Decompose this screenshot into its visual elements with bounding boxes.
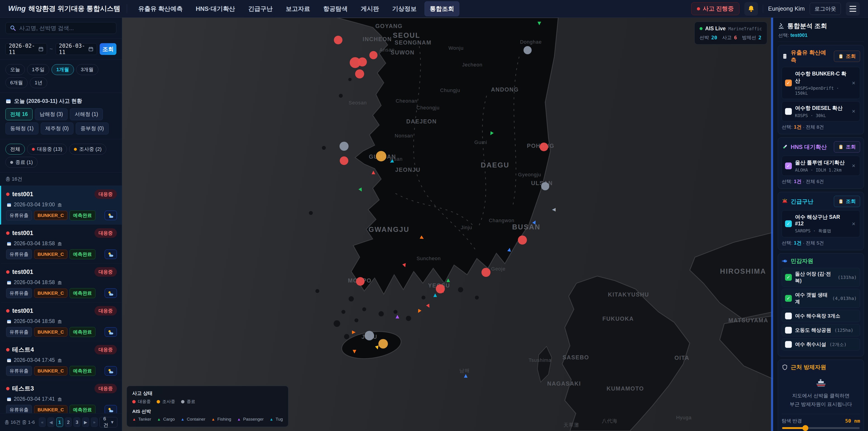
close-icon[interactable]: × [850, 80, 857, 87]
weather-button[interactable] [105, 211, 117, 220]
incident-marker[interactable] [340, 156, 348, 165]
panel-selection-summary: 선택: 1건 · 전체 8건 [782, 124, 860, 130]
incident-marker[interactable] [524, 46, 532, 54]
unchecked-checkbox[interactable] [785, 108, 792, 115]
logout-button[interactable]: 로그아웃 [810, 3, 841, 15]
analysis-item[interactable]: ✓울산 톨루엔 대기확산ALOHA · IDLH 1.2km× [782, 156, 860, 176]
incident-time: 2026-03-04 18:58 [14, 279, 55, 285]
region-filter-button[interactable]: 제주청 (0) [41, 123, 74, 134]
range-chip-1개월[interactable]: 1개월 [52, 64, 74, 75]
status-filter-chip[interactable]: 종료 (1) [5, 157, 37, 168]
incident-marker[interactable] [356, 277, 365, 286]
checked-checkbox[interactable]: ✓ [785, 295, 792, 302]
query-button-oil[interactable]: 조회 [834, 51, 860, 62]
nav-item-게시판[interactable]: 게시판 [356, 2, 384, 16]
unchecked-checkbox[interactable] [785, 313, 792, 319]
incident-marker[interactable] [334, 36, 342, 44]
close-icon[interactable]: × [850, 220, 857, 227]
range-chip-1년[interactable]: 1년 [30, 77, 47, 88]
incident-card[interactable]: 테스트4대응중2026-03-04 17:45유류유출BUNKER_C예측완료 [0, 341, 122, 380]
incident-active-pill[interactable]: 사고 진행중 [691, 2, 739, 15]
incident-marker[interactable] [378, 339, 388, 348]
close-icon[interactable]: × [850, 162, 857, 169]
status-filter-chip[interactable]: 대응중 (13) [27, 144, 67, 155]
map-canvas[interactable]: GOYANGSEOULINCHEONSEONGNAMAnsanSUWONWonj… [122, 18, 773, 431]
region-filter-button[interactable]: 전체 16 [5, 108, 33, 120]
nav-item-보고자료[interactable]: 보고자료 [281, 2, 315, 16]
incident-tag: 예측완료 [70, 288, 95, 298]
status-filter-chip[interactable]: 전체 [5, 144, 25, 155]
incident-card[interactable]: test001대응중2026-03-04 18:58유류유출BUNKER_C예측… [0, 302, 122, 341]
incident-card[interactable]: 테스트3대응중2026-03-04 17:41유류유출BUNKER_C예측완료 [0, 380, 122, 413]
notifications-button[interactable] [744, 2, 758, 16]
search-input[interactable] [19, 25, 112, 31]
next-page-button[interactable]: ▶ [82, 418, 89, 427]
incident-marker[interactable] [369, 51, 377, 59]
incident-marker[interactable] [482, 268, 491, 277]
prev-page-button[interactable]: ◀ [48, 418, 54, 427]
incident-marker[interactable] [365, 331, 374, 340]
range-chip-3개월[interactable]: 3개월 [76, 64, 98, 75]
unchecked-checkbox[interactable] [785, 341, 792, 348]
weather-button[interactable] [105, 288, 117, 298]
nav-item-긴급구난[interactable]: 긴급구난 [243, 2, 278, 16]
weather-button[interactable] [105, 366, 117, 376]
incident-marker[interactable] [539, 143, 548, 151]
close-icon[interactable]: × [850, 108, 857, 115]
sensitive-resource-row[interactable]: 오동도 해상공원(125ha) [782, 324, 860, 336]
page-button-2[interactable]: 2 [65, 418, 72, 427]
unchecked-checkbox[interactable] [785, 327, 792, 334]
incident-marker[interactable] [340, 142, 348, 151]
map-scrollbar[interactable] [771, 18, 773, 431]
region-filter-button[interactable]: 중부청 (0) [76, 123, 109, 134]
checked-checkbox[interactable]: ✓ [785, 274, 792, 281]
per-page-select[interactable]: 6건 ▾ [99, 417, 117, 427]
weather-button[interactable] [105, 249, 117, 259]
analysis-item[interactable]: ✓여수항 BUNKER-C 확산KOSPS+OpenDrift · 150kL× [782, 67, 860, 99]
menu-button[interactable] [846, 2, 860, 16]
analysis-item[interactable]: 여수항 DIESEL 확산KOSPS · 30kL× [782, 101, 860, 121]
first-page-button[interactable]: « [39, 418, 46, 427]
sensitive-resource-row[interactable]: 여수 취수시설(2개소) [782, 338, 860, 350]
incident-card[interactable]: test001대응중2026-03-04 18:58유류유출BUNKER_C예측… [0, 225, 122, 264]
last-page-button[interactable]: » [91, 418, 98, 427]
date-from-input[interactable]: 2026-02-11 [5, 43, 47, 55]
region-filter-button[interactable]: 서해청 (1) [70, 108, 103, 120]
nav-item-HNS·대기확산[interactable]: HNS·대기확산 [191, 2, 240, 16]
incident-marker[interactable] [358, 57, 367, 66]
range-chip-1주일[interactable]: 1주일 [27, 64, 49, 75]
page-button-1[interactable]: 1 [56, 418, 63, 427]
query-button[interactable]: 조회 [100, 43, 116, 55]
weather-button[interactable] [105, 405, 117, 413]
incident-marker[interactable] [541, 182, 549, 190]
incident-card[interactable]: test001대응중2026-03-04 19:00유류유출BUNKER_C예측… [0, 186, 122, 225]
date-to-input[interactable]: 2026-03-11 [56, 43, 97, 55]
incident-marker[interactable] [436, 284, 445, 294]
nav-item-통합조회[interactable]: 통합조회 [425, 2, 459, 16]
incident-marker[interactable] [376, 151, 386, 161]
analysis-item[interactable]: ✓여수 해상구난 SAR #12SAROPS · 확률맵× [782, 210, 860, 237]
sensitive-resource-row[interactable]: ✓돌산 어장 (김·전복)(131ha) [782, 268, 860, 287]
query-button-hns[interactable]: 조회 [834, 141, 860, 153]
sensitive-resource-row[interactable]: ✓여수 갯벌 생태계(4,013ha) [782, 289, 860, 308]
radius-slider[interactable] [782, 427, 860, 429]
incident-marker[interactable] [518, 236, 527, 245]
incident-marker[interactable] [355, 69, 364, 79]
checked-checkbox[interactable]: ✓ [785, 80, 792, 86]
range-chip-6개월[interactable]: 6개월 [5, 77, 28, 88]
sensitive-resource-row[interactable]: 여수 해수욕장 3개소 [782, 310, 860, 322]
query-button-sar[interactable]: 조회 [834, 196, 860, 207]
range-chip-오늘[interactable]: 오늘 [5, 64, 25, 75]
weather-button[interactable] [105, 327, 117, 337]
nav-item-유출유 확산예측[interactable]: 유출유 확산예측 [133, 2, 188, 16]
slider-thumb[interactable] [802, 425, 808, 431]
region-filter-button[interactable]: 남해청 (3) [35, 108, 68, 120]
page-button-3[interactable]: 3 [73, 418, 80, 427]
nav-item-항공탐색[interactable]: 항공탐색 [318, 2, 352, 16]
checked-checkbox[interactable]: ✓ [785, 220, 792, 227]
incident-card[interactable]: test001대응중2026-03-04 18:58유류유출BUNKER_C예측… [0, 264, 122, 302]
checked-checkbox[interactable]: ✓ [785, 162, 792, 169]
region-filter-button[interactable]: 동해청 (1) [5, 123, 38, 134]
status-filter-chip[interactable]: 조사중 (2) [69, 144, 106, 155]
nav-item-기상정보[interactable]: 기상정보 [387, 2, 422, 16]
